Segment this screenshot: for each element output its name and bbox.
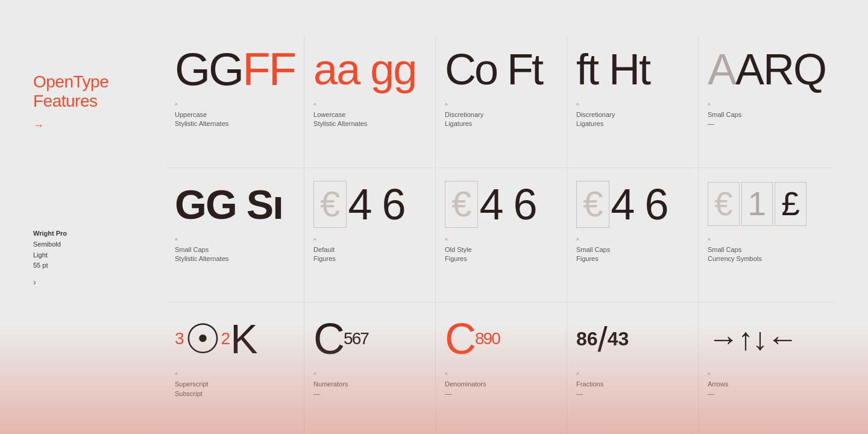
glyph-arrows: →↑↓← (708, 312, 797, 366)
label-text-7: DefaultFigures (313, 245, 336, 264)
font-weight: Semibold (33, 241, 61, 248)
c-denominator: C (445, 314, 475, 363)
glyph-fractions: 86/43 (576, 312, 629, 366)
cell-disc-lig-1: Co Ft ^ DiscretionaryLigatures (436, 36, 567, 168)
cell-small-caps-currency: € 1 £ ^ Small CapsCurrency Symbols (699, 168, 835, 303)
label-disc-lig-2: ^ DiscretionaryLigatures (576, 102, 615, 129)
caret-2: ^ (313, 102, 367, 109)
digits-numerator: 567 (344, 329, 368, 348)
label-disc-lig-1: ^ DiscretionaryLigatures (445, 102, 483, 129)
label-arrows: ^ Arrows— (708, 372, 728, 398)
cell-denominators: C890 ^ Denominators— (436, 303, 567, 434)
label-text-1: UppercaseStylistic Alternates (175, 110, 228, 129)
glyph-default-figures: € 4 6 (313, 177, 404, 231)
cell-small-caps-alt: GG Sı ^ Small CapsStylistic Alternates (166, 168, 304, 303)
cell-fractions: 86/43 ^ Fractions— (567, 303, 699, 434)
label-text-6: Small CapsStylistic Alternates (175, 245, 228, 264)
glyph-denominators: C890 (445, 312, 500, 366)
caret-10: ^ (708, 237, 762, 244)
glyph-small-caps-currency: € 1 £ (708, 177, 808, 231)
caret-6: ^ (175, 237, 228, 244)
one-symbol: 1 (741, 182, 773, 226)
caret-4: ^ (576, 102, 615, 109)
label-text-9: Small CapsFigures (576, 245, 610, 264)
features-grid: GG FF ^ UppercaseStylistic Alternates aa… (154, 36, 835, 434)
label-fractions: ^ Fractions— (576, 372, 603, 398)
frac-denominator: 43 (608, 328, 629, 350)
euro-bordered: € (708, 182, 740, 226)
cell-small-caps: AARQ ^ Small Caps— (699, 36, 835, 168)
label-text-14: Fractions— (576, 380, 603, 398)
label-text-11: SuperscriptSubscript (175, 380, 209, 398)
caret-3: ^ (445, 102, 483, 109)
glyph-small-caps-figures: € 4 6 (576, 177, 667, 231)
digits-default: 4 6 (348, 183, 404, 226)
caret-15: ^ (708, 372, 728, 379)
glyph-uppercase-stylistic: GG FF (175, 42, 295, 96)
frac-numerator: 86 (576, 328, 598, 350)
glyph-old-style-figures: € 4 6 (445, 177, 536, 231)
cell-default-figures: € 4 6 ^ DefaultFigures (304, 168, 436, 303)
digits-denominator: 890 (475, 329, 500, 348)
label-text-13: Denominators— (445, 380, 486, 398)
label-text-3: DiscretionaryLigatures (445, 110, 483, 129)
glyph-disc-lig-2: ft Ht (576, 42, 650, 96)
caret-9: ^ (576, 237, 610, 244)
caret-11: ^ (175, 372, 209, 379)
frac-slash: / (598, 319, 608, 359)
cell-small-caps-figures: € 4 6 ^ Small CapsFigures (567, 168, 699, 303)
euro-symbol-default: € (313, 181, 347, 228)
label-small-caps-currency: ^ Small CapsCurrency Symbols (708, 237, 762, 264)
cell-uppercase-stylistic: GG FF ^ UppercaseStylistic Alternates (166, 36, 304, 168)
sidebar-chevron[interactable]: › (33, 277, 154, 287)
label-small-caps-alt: ^ Small CapsStylistic Alternates (175, 237, 228, 264)
caret-5: ^ (708, 102, 741, 109)
label-text-2: LowercaseStylistic Alternates (313, 110, 367, 129)
label-default-figures: ^ DefaultFigures (313, 237, 336, 264)
label-small-caps: ^ Small Caps— (708, 102, 741, 129)
cell-lowercase-stylistic: aa gg ^ LowercaseStylistic Alternates (304, 36, 436, 168)
label-old-style-figures: ^ Old StyleFigures (445, 237, 472, 264)
glyph-super-sub: 3☉2K (175, 312, 258, 366)
cell-disc-lig-2: ft Ht ^ DiscretionaryLigatures (567, 36, 699, 168)
glyph-disc-lig-1: Co Ft (445, 42, 542, 96)
label-text-8: Old StyleFigures (445, 245, 472, 264)
glyph-small-caps-alt: GG Sı (175, 177, 283, 231)
k-letter: K (230, 315, 257, 362)
caret-7: ^ (313, 237, 336, 244)
label-text-5: Small Caps— (708, 110, 741, 129)
cell-superscript-subscript: 3☉2K ^ SuperscriptSubscript (166, 303, 304, 434)
digits-sc: 4 6 (611, 183, 667, 226)
font-name: Wright Pro (33, 230, 67, 237)
label-text-12: Numerators— (313, 380, 348, 398)
euro-symbol-sc: € (576, 181, 609, 228)
cell-arrows: →↑↓← ^ Arrows— (699, 303, 835, 434)
font-size: 55 pt (33, 262, 48, 269)
euro-symbol-old: € (445, 181, 478, 228)
sidebar-font-info: Wright Pro Semibold Light 55 pt (33, 228, 154, 271)
sidebar-arrow[interactable]: → (33, 119, 154, 132)
glyph-numerators: C567 (313, 312, 368, 366)
label-text-10: Small CapsCurrency Symbols (708, 245, 762, 264)
label-lowercase-stylistic: ^ LowercaseStylistic Alternates (313, 102, 367, 129)
label-uppercase-stylistic: ^ UppercaseStylistic Alternates (175, 102, 228, 129)
pound-symbol: £ (775, 182, 807, 226)
circle-o: ☉ (184, 315, 221, 363)
glyph-ff-red: FF (242, 46, 295, 92)
c-numerator: C (313, 314, 344, 363)
caret-12: ^ (313, 372, 348, 379)
label-numerators: ^ Numerators— (313, 372, 348, 398)
digits-old: 4 6 (479, 183, 536, 226)
glyph-g1: GG (175, 46, 242, 92)
glyph-small-caps: AARQ (708, 42, 826, 96)
label-denominators: ^ Denominators— (445, 372, 486, 398)
label-small-caps-figures: ^ Small CapsFigures (576, 237, 610, 264)
main-container: OpenTypeFeatures → Wright Pro Semibold L… (0, 0, 868, 434)
glyph-lowercase-stylistic: aa gg (313, 42, 416, 96)
cell-numerators: C567 ^ Numerators— (304, 303, 436, 434)
glyph-arq: ARQ (735, 48, 826, 91)
caret-8: ^ (445, 237, 472, 244)
glyph-a-light: A (708, 48, 735, 91)
caret-1: ^ (175, 102, 228, 109)
caret-13: ^ (445, 372, 486, 379)
